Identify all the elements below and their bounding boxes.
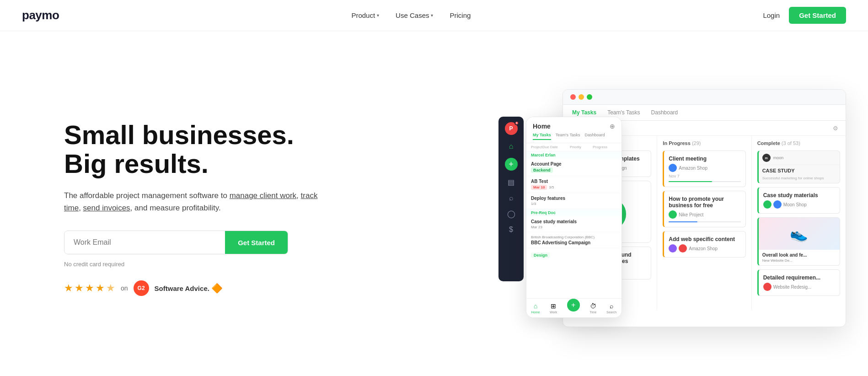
moon-logo: m: [762, 154, 771, 162]
table-row: How to promote your business for free Ni…: [663, 191, 745, 227]
hero-content: Small businesses. Big results. The affor…: [64, 120, 329, 296]
tab-dashboard[interactable]: Dashboard: [651, 109, 678, 120]
mob-tab-team[interactable]: Team's Tasks: [556, 133, 580, 140]
logo[interactable]: paymo: [22, 8, 59, 22]
table-row: Detailed requiremen... Website Redesig..…: [757, 269, 840, 296]
sidebar-add-button[interactable]: +: [505, 158, 518, 171]
mobile-tabs: My Tasks Team's Tasks Dashboard: [533, 133, 615, 140]
avatar: [763, 283, 772, 291]
mob-nav-search[interactable]: ⌕ Search: [606, 302, 616, 314]
star-2: ★: [75, 282, 84, 294]
g2-badge: G2: [134, 280, 149, 296]
notification-badge: 3: [514, 121, 519, 125]
mobile-app-window: Home ⊕ My Tasks Team's Tasks Dashboard P…: [526, 117, 622, 318]
avatar: [679, 244, 687, 252]
star-half: ★: [106, 282, 115, 294]
folder-icon[interactable]: ▤: [508, 178, 514, 187]
nav-use-cases[interactable]: Use Cases ▾: [396, 11, 433, 19]
mobile-header: Home ⊕ My Tasks Team's Tasks Dashboard: [526, 117, 622, 143]
inprogress-count: (29): [692, 140, 701, 146]
avatar: [669, 210, 677, 219]
table-row: Add web specific content Amazon Shop: [663, 231, 745, 258]
work-icon: ⊞: [551, 302, 556, 310]
home-icon[interactable]: ⌂: [509, 142, 514, 150]
close-window-button[interactable]: [570, 94, 576, 100]
star-3: ★: [85, 282, 94, 294]
mobile-bottom-nav: ⌂ Home ⊞ Work + ⏱ Time ⌕: [526, 298, 622, 317]
table-row: 👟 Overall look and fe... New Website De.…: [757, 217, 840, 266]
mob-nav-home[interactable]: ⌂ Home: [531, 302, 540, 314]
chevron-down-icon: ▾: [431, 13, 433, 18]
form-get-started-button[interactable]: Get Started: [225, 231, 288, 254]
time-icon: ⏱: [590, 302, 596, 310]
sa-dot-icon: 🔶: [211, 283, 223, 294]
hero-section: Small businesses. Big results. The affor…: [0, 31, 868, 376]
table-row: m moon CASE STUDY Successful marketing f…: [757, 150, 840, 183]
list-item: Deploy features 1/3: [526, 193, 622, 209]
avatar: [763, 200, 772, 209]
star-rating: ★ ★ ★ ★ ★: [64, 282, 115, 294]
dollar-icon[interactable]: $: [509, 226, 513, 234]
mobile-table-header: Project Due Date Priority Progress: [526, 143, 622, 151]
maximize-window-button[interactable]: [587, 94, 592, 100]
mobile-section-2: Pre-Req Doc: [526, 209, 622, 216]
design-section: Design: [531, 250, 617, 258]
inprogress-header: In Progress (29): [663, 140, 745, 146]
app-sidebar: P 3 ⌂ + ▤ ⌕ ◯ $: [498, 117, 524, 281]
mob-tab-dashboard[interactable]: Dashboard: [584, 133, 605, 140]
user-avatar: P 3: [505, 122, 518, 135]
inprogress-column: In Progress (29) Client meeting Amazon S…: [657, 136, 751, 310]
login-button[interactable]: Login: [763, 11, 780, 19]
app-mockup: P 3 ⌂ + ▤ ⌕ ◯ $ My Tasks Team's: [526, 80, 846, 336]
manage-client-link[interactable]: manage client work: [230, 191, 296, 200]
logo-text: paymo: [22, 8, 59, 22]
send-invoices-link[interactable]: send invoices: [83, 204, 130, 212]
nav-product[interactable]: Product ▾: [351, 11, 379, 19]
nav-actions: Login Get Started: [763, 7, 846, 24]
chevron-down-icon: ▾: [377, 13, 379, 18]
user-icon[interactable]: ◯: [507, 209, 515, 218]
nav-links: Product ▾ Use Cases ▾ Pricing: [351, 11, 471, 19]
mobile-add-icon[interactable]: ⊕: [610, 123, 615, 130]
email-form: Get Started: [64, 231, 288, 254]
avatar: [669, 164, 677, 172]
complete-header: Complete (3 of 53): [757, 140, 840, 146]
table-row: Case study materials Moon Shop: [757, 187, 840, 214]
window-titlebar: [563, 90, 846, 105]
mob-tab-my-tasks[interactable]: My Tasks: [533, 133, 551, 140]
search-icon: ⌕: [610, 302, 613, 310]
mobile-title: Home: [533, 123, 551, 130]
search-icon[interactable]: ⌕: [509, 194, 514, 202]
nav-get-started-button[interactable]: Get Started: [789, 7, 846, 24]
hero-title: Small businesses. Big results.: [64, 120, 329, 179]
mob-nav-add[interactable]: +: [567, 302, 580, 314]
complete-count: (3 of 53): [782, 140, 800, 146]
list-item: Case study materials Mar 23: [526, 216, 622, 232]
list-item: Account Page Backend: [526, 159, 622, 176]
list-item: AB Test Mar 10 3/5: [526, 176, 622, 193]
plus-icon[interactable]: +: [567, 299, 580, 312]
list-item: British Broadcasting Corporation (BBC) B…: [526, 232, 622, 248]
avatar: [773, 200, 782, 209]
email-input[interactable]: [64, 231, 225, 254]
home-icon: ⌂: [534, 302, 537, 310]
settings-icon[interactable]: ⚙: [833, 125, 838, 132]
table-row: Client meeting Amazon Shop Nov 7: [663, 150, 745, 187]
nav-pricing[interactable]: Pricing: [450, 11, 471, 19]
minimize-window-button[interactable]: [579, 94, 584, 100]
on-label: on: [121, 285, 128, 292]
no-cc-text: No credit card required: [64, 261, 329, 268]
avatar: [669, 244, 677, 252]
star-1: ★: [64, 282, 73, 294]
shoe-icon: 👟: [790, 225, 808, 242]
mob-nav-work[interactable]: ⊞ Work: [550, 302, 557, 314]
app-mockup-area: P 3 ⌂ + ▤ ⌕ ◯ $ My Tasks Team's: [348, 71, 846, 345]
navbar: paymo Product ▾ Use Cases ▾ Pricing Logi…: [0, 0, 868, 31]
software-advice-badge: Software Advice.🔶: [155, 283, 223, 294]
mobile-section: Marcel Erlan: [526, 151, 622, 159]
hero-description: The affordable project management softwa…: [64, 189, 329, 214]
mob-nav-time[interactable]: ⏱ Time: [589, 302, 596, 314]
ratings-row: ★ ★ ★ ★ ★ on G2 Software Advice.🔶: [64, 280, 329, 296]
complete-column: Complete (3 of 53) m moon CASE STUDY Suc…: [752, 136, 846, 310]
card-image: 👟: [759, 218, 840, 250]
